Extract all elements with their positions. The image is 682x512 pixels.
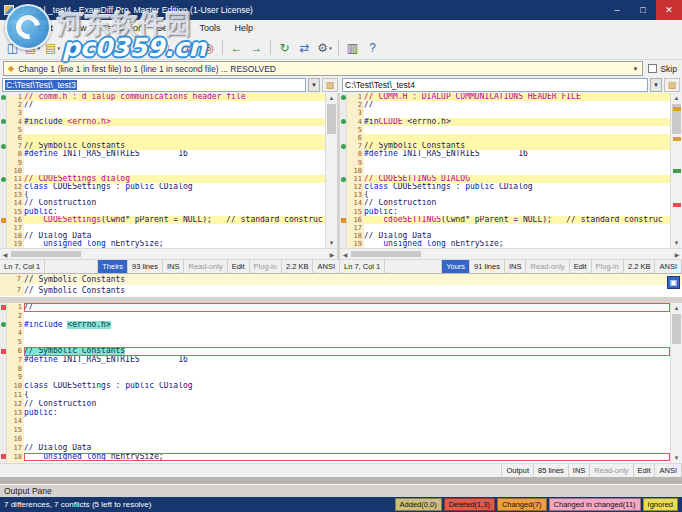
chevron-down-icon[interactable]: ▼ [308, 78, 320, 92]
first-file-path-combo[interactable]: C:\Test\Test\_test3 [2, 78, 306, 92]
code-line[interactable]: 8 [7, 365, 670, 374]
swap-panes-icon[interactable]: ⇄ [295, 38, 314, 58]
scroll-thumb[interactable] [672, 314, 681, 344]
output-pane-code[interactable]: 1//23#include <errno.h>456// Symbolic Co… [7, 303, 670, 463]
code-line[interactable]: 2// [7, 101, 325, 109]
output-pane-tab[interactable]: Output Pane [0, 484, 682, 497]
current-change-dropdown[interactable]: ◆ Change 1 (line 1 in first file) to 1 (… [3, 61, 643, 76]
browse-first-file-button[interactable]: ▨ [322, 78, 338, 92]
code-line[interactable]: 18// Dialog Data [347, 232, 670, 240]
current-diff-icon[interactable]: ◎ [199, 38, 218, 58]
code-line[interactable]: 7// Symbolic Constants [7, 142, 325, 150]
code-line[interactable]: 7// Symbolic Constants [347, 142, 670, 150]
code-line[interactable]: 17// Dialog Data [7, 444, 670, 453]
scroll-right-icon[interactable]: ▶ [672, 251, 682, 258]
menu-view[interactable]: View [60, 20, 93, 36]
first-diff-icon[interactable]: ⇑ [119, 38, 138, 58]
copy-to-left-icon[interactable]: ← [227, 38, 246, 58]
options-icon[interactable]: ⚙▾ [315, 38, 334, 58]
code-line[interactable]: 5 [7, 338, 670, 347]
maximize-button[interactable]: □ [630, 0, 656, 20]
menu-search[interactable]: Search [150, 20, 193, 36]
code-line[interactable]: 10class CDOESettings : public CDialog [7, 382, 670, 391]
minimize-button[interactable]: – [604, 0, 630, 20]
code-line[interactable]: 10 [347, 167, 670, 175]
menu-edit[interactable]: Edit [31, 20, 61, 36]
copy-to-right-icon[interactable]: → [247, 38, 266, 58]
print-icon[interactable]: ▥ [343, 38, 362, 58]
code-line[interactable]: 7#define INIT_RAS_ENTRIES 16 [7, 356, 670, 365]
prev-diff-icon[interactable]: ↑ [139, 38, 158, 58]
open-second-file-icon[interactable]: ▤▾ [43, 38, 62, 58]
code-line[interactable]: 19 unsigned long nEntrySize; [7, 240, 325, 248]
code-line[interactable]: 3 [7, 109, 325, 117]
code-line[interactable]: 11// CDOESETTINGS DIALOG [347, 175, 670, 183]
code-line[interactable]: 3 [347, 109, 670, 117]
skip-control[interactable]: Skip [648, 64, 679, 74]
scroll-thumb[interactable] [11, 251, 81, 257]
output-pane-vscroll[interactable]: ▲ ▼ [670, 303, 682, 463]
dock-pane-icon[interactable]: ▣ [667, 276, 680, 289]
last-diff-icon[interactable]: ⇓ [179, 38, 198, 58]
menu-help[interactable]: Help [227, 20, 260, 36]
code-line[interactable]: 14// Construction [347, 199, 670, 207]
close-button[interactable]: ✕ [656, 0, 682, 20]
scroll-up-icon[interactable]: ▲ [671, 303, 682, 313]
menu-file[interactable]: File [2, 20, 31, 36]
scroll-down-icon[interactable]: ▼ [671, 453, 682, 463]
scroll-thumb[interactable] [351, 251, 421, 257]
right-pane-code[interactable]: 1// COMM.H : DIALUP COMMUNICATIONS HEADE… [347, 93, 670, 248]
compare-icon[interactable]: ◫ [3, 38, 22, 58]
current-diff-line[interactable]: 7// Symbolic Constants [0, 274, 682, 285]
scroll-up-icon[interactable]: ▲ [671, 93, 682, 103]
skip-checkbox[interactable] [648, 64, 657, 73]
code-line[interactable]: 16 CDOESettings(Cwnd* pParent = NULL); /… [7, 216, 325, 224]
code-line[interactable]: 9 [7, 159, 325, 167]
left-pane-hscroll[interactable]: ◀ ▶ [0, 248, 337, 259]
save-icon[interactable]: ▣ [63, 38, 82, 58]
code-line[interactable]: 1// [7, 303, 670, 312]
code-line[interactable]: 6// Symbolic Constants [7, 347, 670, 356]
code-line[interactable]: 18 unsigned long nEntrySize; [7, 453, 670, 462]
code-line[interactable]: 4 [7, 329, 670, 338]
scroll-down-icon[interactable]: ▼ [326, 238, 337, 248]
chevron-down-icon[interactable]: ▼ [650, 78, 662, 92]
code-line[interactable]: 4#include <errno.h> [7, 118, 325, 126]
recompare-icon[interactable]: ↻ [275, 38, 294, 58]
code-line[interactable]: 15public: [7, 208, 325, 216]
browse-second-file-button[interactable]: ▨ [664, 78, 680, 92]
code-line[interactable]: 15 [7, 426, 670, 435]
code-line[interactable]: 12// Construction [7, 400, 670, 409]
code-line[interactable]: 17 [347, 224, 670, 232]
code-line[interactable]: 16 [7, 435, 670, 444]
code-line[interactable]: 3#include <errno.h> [7, 321, 670, 330]
code-line[interactable]: 8#define INIT_RAS_ENTRIES 16 [347, 150, 670, 158]
code-line[interactable]: 6 [7, 134, 325, 142]
code-line[interactable]: 2 [7, 312, 670, 321]
code-line[interactable]: 11{ [7, 391, 670, 400]
code-line[interactable]: 13public: [7, 409, 670, 418]
code-line[interactable]: 15public: [347, 208, 670, 216]
code-line[interactable]: 5 [347, 126, 670, 134]
code-line[interactable]: 14 [7, 417, 670, 426]
next-diff-icon[interactable]: ↓ [159, 38, 178, 58]
code-line[interactable]: 8#define INIT_RAS_ENTRIES 16 [7, 150, 325, 158]
code-line[interactable]: 1// COMM.H : DIALUP COMMUNICATIONS HEADE… [347, 93, 670, 101]
code-line[interactable]: 11// CDOESettings dialog [7, 175, 325, 183]
open-first-file-icon[interactable]: ▤▾ [23, 38, 42, 58]
left-pane-vscroll[interactable]: ▲ ▼ [325, 93, 337, 248]
code-line[interactable]: 4#inCLUDE <errno.h> [347, 118, 670, 126]
help-icon[interactable]: ? [363, 38, 382, 58]
code-line[interactable]: 9 [347, 159, 670, 167]
code-line[interactable]: 10 [7, 167, 325, 175]
current-diff-line[interactable]: 7// Symbolic Constants [0, 285, 682, 296]
scroll-down-icon[interactable]: ▼ [671, 238, 682, 248]
scroll-left-icon[interactable]: ◀ [340, 251, 350, 258]
current-difference-pane[interactable]: ▣ 7// Symbolic Constants7// Symbolic Con… [0, 273, 682, 297]
code-line[interactable]: 19 unsigned long nEntrySize; [347, 240, 670, 248]
code-line[interactable]: 16 cdoeSETTINGS(Cwnd* pParent = NULL); /… [347, 216, 670, 224]
code-line[interactable]: 5 [7, 126, 325, 134]
code-line[interactable]: 13{ [7, 191, 325, 199]
code-line[interactable]: 12class CDOESettings : public CDialog [347, 183, 670, 191]
edit-icon[interactable]: ✎ [91, 38, 110, 58]
